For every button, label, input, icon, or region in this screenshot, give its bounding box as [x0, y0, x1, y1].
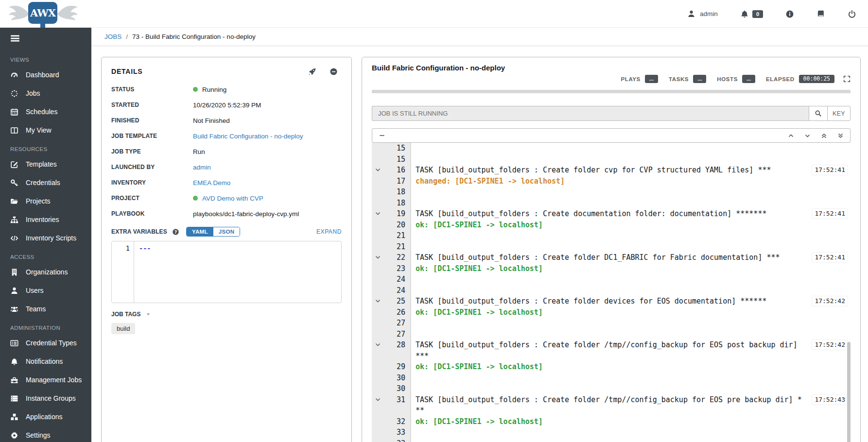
console-line-text: ok: [DC1-SPINE1 -> localhost]: [411, 220, 802, 231]
notification-count-badge: 0: [752, 10, 763, 18]
sidebar-item-schedules[interactable]: Schedules: [0, 102, 91, 121]
sidebar-item-instance-groups[interactable]: Instance Groups: [0, 389, 91, 408]
stat-hosts: HOSTS...: [717, 75, 755, 83]
output-search-input[interactable]: [372, 106, 809, 121]
console-line-text: [411, 285, 802, 296]
console-line-20[interactable]: 20ok: [DC1-SPINE1 -> localhost]: [372, 220, 851, 231]
sidebar-item-inventory-scripts[interactable]: Inventory Scripts: [0, 229, 91, 247]
output-toolbar: [372, 128, 851, 143]
angle-double-down-icon: [837, 133, 844, 139]
task-timestamp: 17:52:42: [812, 340, 848, 350]
credential-types-icon: [10, 339, 18, 347]
job-output-title: Build Fabric Configuration - no-deploy: [372, 64, 505, 72]
relaunch-button[interactable]: [308, 68, 316, 76]
user-menu[interactable]: admin: [687, 10, 718, 18]
details-field-project: PROJECTAVD Demo with CVP: [111, 190, 342, 206]
notifications-button[interactable]: 0: [740, 10, 763, 18]
job-template-link[interactable]: Build Fabric Configuration - no-deploy: [193, 133, 303, 140]
console-line-15: 15: [372, 154, 851, 165]
yaml-toggle-button[interactable]: YAML: [187, 227, 213, 236]
sidebar-item-jobs[interactable]: Jobs: [0, 84, 91, 102]
console-line-number: 32: [372, 416, 411, 427]
field-label: PROJECT: [111, 195, 193, 202]
json-toggle-button[interactable]: JSON: [213, 227, 240, 236]
cancel-job-button[interactable]: [330, 68, 338, 76]
console-line-25[interactable]: 25TASK [build_output_folders : Create fo…: [372, 296, 851, 307]
details-field-status: STATUSRunning: [111, 82, 342, 97]
console-line-text: [411, 274, 802, 285]
extra-variables-editor[interactable]: 1 ---: [111, 241, 342, 303]
console-line-32[interactable]: 32ok: [DC1-SPINE1 -> localhost]: [372, 416, 851, 427]
docs-button[interactable]: [816, 10, 825, 18]
menu-toggle-button[interactable]: [10, 33, 20, 44]
details-panel: DETAILS STATUSRunningSTARTED10/26/2020 5…: [101, 57, 352, 442]
awx-logo[interactable]: AWX: [7, 0, 89, 30]
console-line-17[interactable]: 17changed: [DC1-SPINE1 -> localhost]: [372, 176, 851, 187]
job-progress-bar: [372, 90, 851, 93]
sidebar-item-my-view[interactable]: My View: [0, 121, 91, 139]
console-line-31[interactable]: 31TASK [build_output_folders : Create fo…: [372, 394, 851, 416]
editor-content[interactable]: ---: [134, 241, 151, 303]
expand-task-caret[interactable]: [375, 254, 381, 260]
collapse-all-button[interactable]: [379, 132, 385, 139]
sidebar-item-users[interactable]: Users: [0, 281, 91, 300]
task-timestamp: 17:52:41: [812, 165, 848, 175]
launched-by-link[interactable]: admin: [193, 164, 211, 171]
sidebar-section-label-resources: RESOURCES: [0, 139, 91, 155]
scroll-previous-button[interactable]: [788, 133, 794, 139]
scroll-bottom-button[interactable]: [837, 133, 844, 139]
expand-task-caret[interactable]: [375, 298, 381, 304]
dashboard-icon: [10, 71, 18, 79]
sidebar-item-settings[interactable]: Settings: [0, 426, 91, 442]
sidebar-item-credential-types[interactable]: Credential Types: [0, 334, 91, 352]
console-line-text: TASK [build_output_folders : Create fold…: [411, 394, 802, 416]
sidebar-item-organizations[interactable]: Organizations: [0, 263, 91, 281]
sidebar-section-label-access: ACCESS: [0, 247, 91, 263]
sidebar-item-templates[interactable]: Templates: [0, 155, 91, 173]
sidebar-item-management-jobs[interactable]: Management Jobs: [0, 371, 91, 389]
details-field-job-template: JOB TEMPLATEBuild Fabric Configuration -…: [111, 128, 342, 144]
help-button[interactable]: ?: [172, 228, 179, 236]
console-line-28[interactable]: 28TASK [build_output_folders : Create fo…: [372, 340, 851, 361]
job-tags-caret-button[interactable]: [145, 311, 151, 317]
console-line-21: 21: [372, 230, 851, 241]
awx-logo-text: AWX: [28, 2, 57, 24]
output-expand-button[interactable]: [843, 75, 851, 83]
expand-task-caret[interactable]: [375, 167, 381, 173]
inventory-link[interactable]: EMEA Demo: [193, 179, 230, 187]
output-key-button[interactable]: KEY: [827, 106, 851, 121]
field-value: Run: [193, 148, 205, 155]
console-line-29[interactable]: 29ok: [DC1-SPINE1 -> localhost]: [372, 361, 851, 373]
console-line-number: 28: [372, 340, 411, 361]
console-line-16[interactable]: 16TASK [build_output_folders : Create fo…: [372, 165, 851, 176]
sidebar-item-label: Applications: [26, 413, 63, 421]
sidebar-item-teams[interactable]: Teams: [0, 300, 91, 318]
console-line-26[interactable]: 26ok: [DC1-SPINE1 -> localhost]: [372, 307, 851, 318]
console-line-23[interactable]: 23ok: [DC1-SPINE1 -> localhost]: [372, 263, 851, 274]
console-line-19[interactable]: 19TASK [build_output_folders : Create do…: [372, 208, 851, 220]
console-line-text: [411, 329, 802, 340]
sidebar-item-inventories[interactable]: Inventories: [0, 210, 91, 229]
sidebar-item-applications[interactable]: Applications: [0, 408, 91, 426]
console-line-text: TASK [build_output_folders : Create fold…: [411, 296, 802, 307]
sidebar-item-dashboard[interactable]: Dashboard: [0, 66, 91, 84]
expand-task-caret[interactable]: [375, 210, 381, 217]
expand-task-caret[interactable]: [375, 341, 381, 348]
breadcrumb-jobs-link[interactable]: JOBS: [104, 33, 122, 40]
sidebar-item-projects[interactable]: Projects: [0, 192, 91, 210]
output-search-button[interactable]: [809, 106, 827, 121]
scroll-next-button[interactable]: [804, 133, 811, 139]
about-button[interactable]: [785, 10, 794, 18]
console-line-22[interactable]: 22TASK [build_output_folders : Create fo…: [372, 252, 851, 263]
logout-button[interactable]: [848, 10, 856, 18]
project-link[interactable]: AVD Demo with CVP: [202, 195, 263, 202]
stat-label: HOSTS: [717, 76, 738, 82]
console-scrollbar-thumb[interactable]: [847, 342, 851, 442]
stat-label: ELAPSED: [766, 76, 795, 82]
console-line-text: [411, 187, 802, 198]
sidebar-item-notifications[interactable]: Notifications: [0, 352, 91, 371]
sidebar-item-credentials[interactable]: Credentials: [0, 173, 91, 192]
scroll-top-button[interactable]: [821, 133, 827, 139]
expand-variables-link[interactable]: EXPAND: [316, 228, 342, 235]
expand-task-caret[interactable]: [375, 396, 381, 403]
